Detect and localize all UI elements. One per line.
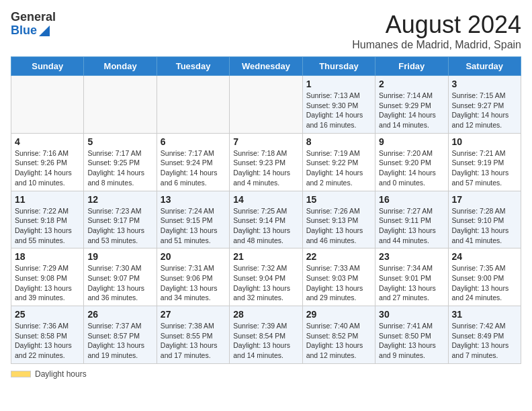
- header-cell-monday: Monday: [84, 57, 157, 76]
- day-number: 13: [161, 194, 226, 205]
- day-number: 5: [87, 136, 152, 147]
- day-cell: 14Sunrise: 7:25 AM Sunset: 9:14 PM Dayli…: [230, 191, 302, 248]
- day-cell: 18Sunrise: 7:29 AM Sunset: 9:08 PM Dayli…: [11, 248, 84, 306]
- day-info: Sunrise: 7:36 AM Sunset: 8:58 PM Dayligh…: [15, 321, 80, 361]
- day-cell: 13Sunrise: 7:24 AM Sunset: 9:15 PM Dayli…: [157, 191, 229, 248]
- day-info: Sunrise: 7:42 AM Sunset: 8:49 PM Dayligh…: [452, 321, 517, 361]
- day-info: Sunrise: 7:15 AM Sunset: 9:27 PM Dayligh…: [452, 91, 517, 130]
- day-cell: 16Sunrise: 7:27 AM Sunset: 9:11 PM Dayli…: [375, 191, 448, 248]
- day-number: 24: [452, 251, 517, 262]
- week-row-1: 1Sunrise: 7:13 AM Sunset: 9:30 PM Daylig…: [11, 76, 521, 134]
- header-cell-friday: Friday: [375, 57, 448, 76]
- header-cell-wednesday: Wednesday: [230, 57, 302, 76]
- day-info: Sunrise: 7:26 AM Sunset: 9:13 PM Dayligh…: [306, 206, 371, 246]
- day-info: Sunrise: 7:19 AM Sunset: 9:22 PM Dayligh…: [306, 148, 371, 188]
- day-number: 30: [379, 309, 444, 320]
- day-cell: 27Sunrise: 7:38 AM Sunset: 8:55 PM Dayli…: [157, 306, 229, 364]
- day-number: 22: [306, 251, 371, 262]
- day-number: 10: [452, 136, 517, 147]
- day-number: 2: [379, 79, 444, 89]
- day-number: 3: [452, 79, 517, 89]
- main-title: August 2024: [352, 11, 521, 39]
- day-cell: 5Sunrise: 7:17 AM Sunset: 9:25 PM Daylig…: [84, 133, 157, 191]
- day-number: 11: [15, 194, 80, 205]
- day-number: 26: [87, 309, 152, 320]
- day-info: Sunrise: 7:14 AM Sunset: 9:29 PM Dayligh…: [379, 91, 444, 130]
- day-cell: 7Sunrise: 7:18 AM Sunset: 9:23 PM Daylig…: [230, 133, 302, 191]
- day-info: Sunrise: 7:22 AM Sunset: 9:18 PM Dayligh…: [15, 206, 80, 246]
- day-info: Sunrise: 7:34 AM Sunset: 9:01 PM Dayligh…: [379, 263, 444, 303]
- day-info: Sunrise: 7:30 AM Sunset: 9:07 PM Dayligh…: [87, 263, 152, 303]
- day-cell: 6Sunrise: 7:17 AM Sunset: 9:24 PM Daylig…: [157, 133, 229, 191]
- day-number: 19: [87, 251, 152, 262]
- footer: Daylight hours: [11, 369, 521, 379]
- day-number: 21: [233, 251, 298, 262]
- logo-icon: [39, 26, 50, 36]
- day-cell: 23Sunrise: 7:34 AM Sunset: 9:01 PM Dayli…: [375, 248, 448, 306]
- day-number: 9: [379, 136, 444, 147]
- week-row-5: 25Sunrise: 7:36 AM Sunset: 8:58 PM Dayli…: [11, 306, 521, 364]
- day-number: 29: [306, 309, 371, 320]
- day-info: Sunrise: 7:13 AM Sunset: 9:30 PM Dayligh…: [306, 91, 371, 130]
- day-info: Sunrise: 7:17 AM Sunset: 9:24 PM Dayligh…: [161, 148, 226, 188]
- header: General Blue August 2024 Humanes de Madr…: [11, 11, 521, 51]
- day-info: Sunrise: 7:17 AM Sunset: 9:25 PM Dayligh…: [87, 148, 152, 188]
- week-row-2: 4Sunrise: 7:16 AM Sunset: 9:26 PM Daylig…: [11, 133, 521, 191]
- day-cell: 1Sunrise: 7:13 AM Sunset: 9:30 PM Daylig…: [302, 76, 375, 134]
- day-number: 25: [15, 309, 80, 320]
- day-cell: 21Sunrise: 7:32 AM Sunset: 9:04 PM Dayli…: [230, 248, 302, 306]
- day-cell: 31Sunrise: 7:42 AM Sunset: 8:49 PM Dayli…: [448, 306, 521, 364]
- day-cell: 24Sunrise: 7:35 AM Sunset: 9:00 PM Dayli…: [448, 248, 521, 306]
- day-cell: [230, 76, 302, 134]
- day-info: Sunrise: 7:24 AM Sunset: 9:15 PM Dayligh…: [161, 206, 226, 246]
- day-number: 1: [306, 79, 371, 89]
- header-cell-sunday: Sunday: [11, 57, 84, 76]
- day-number: 23: [379, 251, 444, 262]
- day-cell: 28Sunrise: 7:39 AM Sunset: 8:54 PM Dayli…: [230, 306, 302, 364]
- day-number: 20: [161, 251, 226, 262]
- header-cell-tuesday: Tuesday: [157, 57, 229, 76]
- header-cell-thursday: Thursday: [302, 57, 375, 76]
- day-info: Sunrise: 7:25 AM Sunset: 9:14 PM Dayligh…: [233, 206, 298, 246]
- day-number: 7: [233, 136, 298, 147]
- day-info: Sunrise: 7:37 AM Sunset: 8:57 PM Dayligh…: [87, 321, 152, 361]
- day-cell: 10Sunrise: 7:21 AM Sunset: 9:19 PM Dayli…: [448, 133, 521, 191]
- day-info: Sunrise: 7:32 AM Sunset: 9:04 PM Dayligh…: [233, 263, 298, 303]
- day-number: 18: [15, 251, 80, 262]
- day-info: Sunrise: 7:18 AM Sunset: 9:23 PM Dayligh…: [233, 148, 298, 188]
- day-cell: [157, 76, 229, 134]
- day-cell: 20Sunrise: 7:31 AM Sunset: 9:06 PM Dayli…: [157, 248, 229, 306]
- daylight-bar-icon: [11, 371, 31, 377]
- day-cell: 8Sunrise: 7:19 AM Sunset: 9:22 PM Daylig…: [302, 133, 375, 191]
- day-number: 28: [233, 309, 298, 320]
- day-cell: 9Sunrise: 7:20 AM Sunset: 9:20 PM Daylig…: [375, 133, 448, 191]
- day-info: Sunrise: 7:41 AM Sunset: 8:50 PM Dayligh…: [379, 321, 444, 361]
- day-info: Sunrise: 7:29 AM Sunset: 9:08 PM Dayligh…: [15, 263, 80, 303]
- day-info: Sunrise: 7:28 AM Sunset: 9:10 PM Dayligh…: [452, 206, 517, 246]
- logo-blue: Blue: [11, 24, 37, 38]
- day-cell: 12Sunrise: 7:23 AM Sunset: 9:17 PM Dayli…: [84, 191, 157, 248]
- day-info: Sunrise: 7:21 AM Sunset: 9:19 PM Dayligh…: [452, 148, 517, 188]
- logo-general: General: [11, 11, 56, 24]
- day-cell: 29Sunrise: 7:40 AM Sunset: 8:52 PM Dayli…: [302, 306, 375, 364]
- day-number: 15: [306, 194, 371, 205]
- day-info: Sunrise: 7:20 AM Sunset: 9:20 PM Dayligh…: [379, 148, 444, 188]
- day-cell: [11, 76, 84, 134]
- day-number: 14: [233, 194, 298, 205]
- header-cell-saturday: Saturday: [448, 57, 521, 76]
- day-cell: 19Sunrise: 7:30 AM Sunset: 9:07 PM Dayli…: [84, 248, 157, 306]
- day-number: 17: [452, 194, 517, 205]
- day-cell: 26Sunrise: 7:37 AM Sunset: 8:57 PM Dayli…: [84, 306, 157, 364]
- day-info: Sunrise: 7:23 AM Sunset: 9:17 PM Dayligh…: [87, 206, 152, 246]
- day-info: Sunrise: 7:35 AM Sunset: 9:00 PM Dayligh…: [452, 263, 517, 303]
- day-number: 12: [87, 194, 152, 205]
- day-number: 8: [306, 136, 371, 147]
- week-row-4: 18Sunrise: 7:29 AM Sunset: 9:08 PM Dayli…: [11, 248, 521, 306]
- day-info: Sunrise: 7:16 AM Sunset: 9:26 PM Dayligh…: [15, 148, 80, 188]
- day-cell: 4Sunrise: 7:16 AM Sunset: 9:26 PM Daylig…: [11, 133, 84, 191]
- day-info: Sunrise: 7:39 AM Sunset: 8:54 PM Dayligh…: [233, 321, 298, 361]
- day-info: Sunrise: 7:31 AM Sunset: 9:06 PM Dayligh…: [161, 263, 226, 303]
- day-number: 6: [161, 136, 226, 147]
- day-cell: 3Sunrise: 7:15 AM Sunset: 9:27 PM Daylig…: [448, 76, 521, 134]
- day-number: 31: [452, 309, 517, 320]
